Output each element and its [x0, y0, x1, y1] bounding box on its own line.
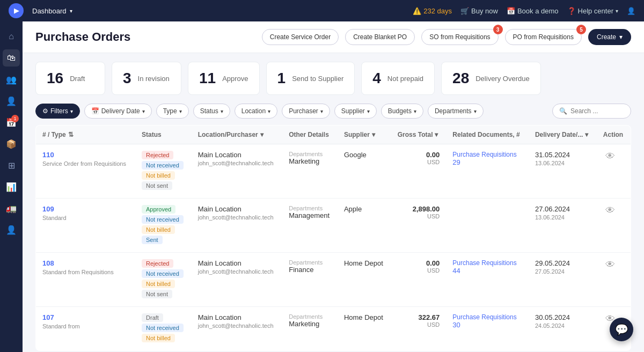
related-doc-number[interactable]: 44: [452, 267, 522, 275]
create-chevron: ▾: [619, 33, 623, 41]
related-doc-label: Purchase Requisitions: [452, 313, 522, 321]
view-action-button[interactable]: 👁: [603, 203, 617, 218]
sidebar-item-purchase[interactable]: 🛍: [3, 49, 20, 67]
supplier-name: Google: [344, 151, 367, 159]
po-from-requisitions-button[interactable]: PO from Requisitions: [505, 29, 582, 45]
col-dd-chevron[interactable]: ▾: [585, 131, 588, 138]
cell-gross-total: 2,898.00USD: [391, 199, 447, 253]
cell-location-purchaser: Main Locationjohn_scott@technaholic.tech: [192, 144, 283, 199]
status-badge: Not sent: [142, 290, 172, 298]
col-gt-chevron[interactable]: ▾: [435, 131, 438, 138]
create-service-order-button[interactable]: Create Service Order: [262, 29, 339, 45]
cell-status: RejectedNot receivedNot billedNot sent: [135, 144, 192, 199]
user-icon: 👤: [627, 7, 635, 15]
search-input[interactable]: [570, 107, 624, 115]
gross-currency: USD: [398, 267, 440, 274]
budgets-filter[interactable]: Budgets ▾: [381, 104, 423, 119]
col-sup-chevron[interactable]: ▾: [372, 131, 375, 138]
sidebar-item-logistics[interactable]: 🚛: [3, 200, 20, 217]
stat-revision-label: In revision: [138, 75, 170, 83]
so-from-requisitions-button[interactable]: SO from Requisitions: [421, 29, 498, 45]
order-number[interactable]: 107: [42, 313, 129, 321]
supplier-filter[interactable]: Supplier ▾: [334, 104, 377, 119]
stat-send-to-supplier[interactable]: 1 Send to Supplier: [266, 62, 355, 95]
sidebar-item-reports[interactable]: 📊: [3, 178, 20, 195]
stat-overdue-number: 28: [452, 70, 469, 87]
top-navigation: ▶ Dashboard ▾ ⚠️ 232 days 🛒 Buy now 📅 Bo…: [0, 0, 644, 21]
stat-not-prepaid[interactable]: 4 Not prepaid: [361, 62, 435, 95]
book-demo-button[interactable]: 📅 Book a demo: [507, 7, 559, 15]
sidebar-item-inventory[interactable]: 📦: [3, 135, 20, 152]
warning-badge[interactable]: ⚠️ 232 days: [413, 7, 452, 15]
status-badge: Rejected: [142, 151, 173, 159]
search-box[interactable]: 🔍: [552, 104, 631, 119]
filters-toggle-button[interactable]: ⚙ Filters ▾: [35, 104, 80, 119]
sidebar-item-grid[interactable]: ⊞: [3, 157, 20, 174]
stat-draft[interactable]: 16 Draft: [35, 62, 105, 95]
stat-in-revision[interactable]: 3 In revision: [112, 62, 181, 95]
gross-currency: USD: [398, 321, 440, 328]
cell-delivery-date: 29.05.202427.05.2024: [529, 253, 597, 307]
type-filter[interactable]: Type ▾: [156, 104, 189, 119]
related-doc-label: Purchase Requisitions: [452, 259, 522, 267]
order-number[interactable]: 110: [42, 151, 129, 159]
location-filter[interactable]: Location ▾: [235, 104, 277, 119]
dept-label: Departments: [289, 259, 331, 266]
view-action-button[interactable]: 👁: [603, 257, 617, 272]
stat-prepaid-number: 4: [372, 70, 381, 87]
order-type: Standard from: [42, 322, 129, 331]
bud-chevron: ▾: [414, 108, 416, 114]
search-icon: 🔍: [559, 107, 567, 115]
cell-status: ApprovedNot receivedNot billedSent: [135, 199, 192, 253]
sup-chevron: ▾: [367, 108, 370, 114]
type-chevron: ▾: [179, 108, 182, 114]
col-sort-icon[interactable]: ⇅: [68, 131, 74, 138]
date-sub: 24.05.2024: [535, 322, 590, 329]
departments-filter[interactable]: Departments ▾: [428, 104, 484, 119]
create-blanket-po-button[interactable]: Create Blanket PO: [345, 29, 415, 45]
sidebar-item-profile[interactable]: 👤: [3, 92, 20, 109]
filters-chevron: ▾: [70, 108, 73, 114]
date-sub: 27.05.2024: [535, 268, 590, 275]
filter-icon: ⚙: [42, 107, 48, 115]
related-doc-number[interactable]: 30: [452, 321, 522, 329]
delivery-date-filter[interactable]: 📅 Delivery Date ▾: [84, 104, 152, 119]
dashboard-menu[interactable]: Dashboard ▾: [32, 7, 72, 15]
table-header: # / Type ⇅ Status Location/Purchaser ▾: [36, 126, 631, 144]
dept-value: Marketing: [289, 157, 331, 165]
cell-status: RejectedNot receivedNot billedNot sent: [135, 253, 192, 307]
purchaser-filter[interactable]: Purchaser ▾: [282, 104, 330, 119]
user-avatar[interactable]: 👤: [627, 7, 635, 15]
purchaser-email: john_scott@technaholic.tech: [198, 322, 276, 329]
col-related-docs: Related Documents, #: [446, 126, 529, 144]
sidebar-item-calendar[interactable]: 📅 1: [3, 114, 20, 131]
cell-gross-total: 0.00USD: [391, 144, 447, 199]
chat-bubble-button[interactable]: 💬: [610, 318, 633, 341]
gross-amount: 0.00: [398, 151, 440, 159]
cell-related-docs: [446, 199, 529, 253]
view-action-button[interactable]: 👁: [603, 149, 617, 164]
related-doc-number[interactable]: 29: [452, 158, 522, 166]
cell-other-details: DepartmentsManagement: [282, 199, 338, 253]
order-number[interactable]: 108: [42, 259, 129, 267]
purchaser-email: john_scott@technaholic.tech: [198, 214, 276, 221]
dept-label: Departments: [289, 205, 331, 211]
help-center-button[interactable]: ❓ Help center ▾: [567, 7, 618, 15]
stat-delivery-overdue[interactable]: 28 Delivery Overdue: [441, 62, 541, 95]
status-filter[interactable]: Status ▾: [193, 104, 230, 119]
buy-now-button[interactable]: 🛒 Buy now: [460, 7, 498, 15]
cell-delivery-date: 31.05.202413.06.2024: [529, 144, 597, 199]
sidebar-item-home[interactable]: ⌂: [3, 28, 20, 45]
calendar-badge: 1: [11, 115, 19, 122]
sidebar-item-users[interactable]: 👥: [3, 71, 20, 88]
stat-approve[interactable]: 11 Approve: [188, 62, 260, 95]
sidebar-item-account[interactable]: 👤: [3, 221, 20, 238]
help-icon: ❓: [567, 7, 576, 15]
col-lp-chevron[interactable]: ▾: [260, 131, 264, 138]
order-number[interactable]: 109: [42, 205, 129, 213]
sidebar: ⌂ 🛍 👥 👤 📅 1 📦 ⊞ 📊 🚛 👤: [0, 21, 23, 352]
date-sub: 13.06.2024: [535, 160, 590, 166]
create-button[interactable]: Create ▾: [588, 29, 631, 45]
app-logo[interactable]: ▶: [9, 3, 24, 18]
cell-location-purchaser: Main Locationjohn_scott@technaholic.tech: [192, 199, 283, 253]
